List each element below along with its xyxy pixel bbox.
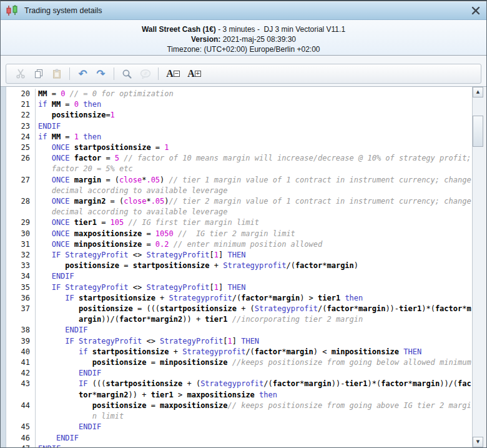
title-bar[interactable]: Trading system details [1,1,486,20]
scrollbar-thumb[interactable] [473,116,483,147]
line-number: 33 [6,261,35,271]
line-number: 31 [6,239,35,250]
code-line: 26ONCE factor = 5 // factor of 10 means … [6,153,472,174]
code-line: 43IF (((startpositionsize + (Strategypro… [6,379,472,400]
code-line: 27ONCE margin = (close*.05) // tier 1 ma… [6,175,472,196]
code-line: 28ONCE margin2 = (close*.05)// tier 2 ma… [6,196,472,217]
code-line: 31ONCE minpositionsize = 0.2 // enter mi… [6,239,472,250]
font-larger-icon: A [187,69,195,79]
code-text: positionsize=1 [35,110,472,121]
code-editor[interactable]: 20MM = 0 // = 0 for optimization21if MM … [6,87,472,447]
comment-bubble-icon: // [139,69,152,79]
code-line: 46ENDIF [6,433,472,444]
version-value: 2021-maj-25 08:39:30 [220,35,296,44]
version-line: Version: 2021-maj-25 08:39:30 [1,34,486,44]
line-number: 28 [6,196,35,207]
line-number: 32 [6,250,35,261]
code-line: 22positionsize=1 [6,110,472,121]
code-text: ENDIF [35,121,472,132]
code-text: MM = 0 // = 0 for optimization [35,89,472,99]
increase-font-button[interactable]: A+ [185,66,204,82]
editor-content: 20MM = 0 // = 0 for optimization21if MM … [1,86,486,447]
code-text: IF StrategyProfit <> StrategyProfit[1] T… [35,336,472,347]
trading-system-details-window: Trading system details Wall Street Cash … [0,0,487,448]
code-text: ONCE margin = (close*.05) // tier 1 marg… [35,175,472,196]
code-line: 42ENDIF [6,368,472,379]
code-text: ONCE factor = 5 // factor of 10 means ma… [35,153,472,174]
instrument-details: - 3 minutes - DJ 3 min Vectorial V11.1 [216,25,345,34]
code-line: 29ONCE tier1 = 105 // IG first tier marg… [6,217,472,228]
code-line: 30ONCE maxpositionsize = 1050 // IG tier… [6,229,472,239]
search-button[interactable] [119,66,135,82]
code-text: positionsize = (((startpositionsize + (S… [35,304,472,325]
editor-toolbar: ↶ ↷ // [6,64,481,84]
code-line: 20MM = 0 // = 0 for optimization [6,89,472,99]
line-number: 36 [6,293,35,304]
line-number: 23 [6,121,35,132]
instrument-name: Wall Street Cash (1€) [142,25,216,34]
code-line: 41positionsize = minpositionsize //keeps… [6,357,472,368]
code-text: positionsize = minpositionsize //keeps p… [35,357,472,368]
undo-icon: ↶ [78,69,87,79]
line-number: 20 [6,89,35,99]
redo-icon: ↷ [96,69,105,79]
instrument-line: Wall Street Cash (1€) - 3 minutes - DJ 3… [1,24,486,34]
cut-button[interactable] [12,66,28,82]
code-text: IF (((startpositionsize + (Strategyprofi… [35,379,472,400]
code-text: ONCE startpositionsize = 1 [35,142,472,153]
paste-button[interactable] [49,66,64,82]
scroll-up-button[interactable]: ▲ [473,87,483,97]
redo-button[interactable]: ↷ [93,66,109,82]
toolbar-separator [158,67,159,80]
code-line: 24if MM = 1 then [6,132,472,142]
code-line: 37positionsize = (((startpositionsize + … [6,304,472,325]
editor-right-margin [484,87,486,447]
line-number: 47 [6,444,35,447]
line-number: 41 [6,357,35,368]
line-number: 29 [6,217,35,228]
minus-box-icon: − [174,71,180,77]
line-number: 34 [6,271,35,282]
copy-button[interactable] [31,66,46,82]
code-line: 36IF startpositionsize + Strategyprofit/… [6,293,472,304]
code-text: ENDIF [35,422,472,432]
vertical-scrollbar[interactable]: ▲ ▼ [472,87,484,447]
line-number: 26 [6,153,35,164]
line-number: 24 [6,132,35,142]
copy-icon [34,69,44,79]
line-number: 22 [6,110,35,121]
code-line: 39IF StrategyProfit <> StrategyProfit[1]… [6,336,472,347]
clipboard-icon [52,69,62,79]
code-line: 21if MM = 0 then [6,99,472,110]
line-number: 43 [6,379,35,389]
timezone-line: Timezone: (UTC+02:00) Europe/Berlin +02:… [1,44,486,54]
code-line: 44positionsize = maxpositionsize// keeps… [6,401,472,422]
scroll-down-button[interactable]: ▼ [473,437,483,447]
window-title: Trading system details [24,6,102,15]
code-text: ONCE maxpositionsize = 1050 // IG tier 2… [35,229,472,239]
line-number: 40 [6,347,35,357]
toolbar-separator [69,67,70,80]
toolbar-zone: ↶ ↷ // [1,56,486,86]
decrease-font-button[interactable]: A− [164,66,182,82]
code-line: 38ENDIF [6,325,472,336]
line-number: 21 [6,99,35,110]
code-line: 45ENDIF [6,422,472,432]
code-text: ENDIF [35,444,472,447]
code-text: ONCE tier1 = 105 // IG first tier margin… [35,217,472,228]
line-number: 42 [6,368,35,379]
code-line: 35IF StrategyProfit <> StrategyProfit[1]… [6,282,472,293]
line-number: 30 [6,229,35,239]
code-text: IF StrategyProfit <> StrategyProfit[1] T… [35,250,472,261]
code-text: positionsize = startpositionsize + Strat… [35,261,472,271]
code-line: 33positionsize = startpositionsize + Str… [6,261,472,271]
line-number: 27 [6,175,35,186]
undo-button[interactable]: ↶ [75,66,91,82]
code-line: 40if startpositionsize + Strategyprofit/… [6,347,472,357]
close-button[interactable] [471,6,481,16]
code-text: IF StrategyProfit <> StrategyProfit[1] T… [35,282,472,293]
code-line: 34ENDIF [6,271,472,282]
toolbar-separator [114,67,114,80]
line-number: 39 [6,336,35,347]
comment-button[interactable]: // [137,66,153,82]
